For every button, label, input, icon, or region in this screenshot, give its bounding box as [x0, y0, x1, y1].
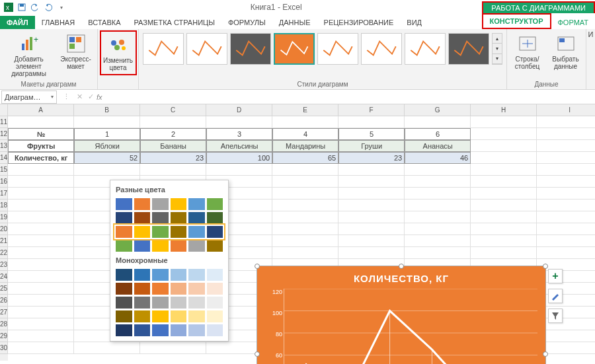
row-header-25[interactable]: 25: [0, 283, 8, 295]
color-swatch[interactable]: [207, 212, 223, 224]
row-header-23[interactable]: 23: [0, 259, 8, 271]
name-box[interactable]: Диаграм…▾: [1, 91, 57, 104]
cell-A25[interactable]: [8, 283, 74, 295]
cell-D15[interactable]: [206, 164, 272, 176]
col-header-I[interactable]: I: [537, 104, 595, 116]
cell-B12[interactable]: 1: [74, 128, 140, 140]
col-header-B[interactable]: B: [74, 104, 140, 116]
cell-D13[interactable]: Апельсины: [206, 140, 272, 152]
color-swatch[interactable]: [188, 212, 205, 224]
cell-G20[interactable]: [405, 223, 471, 235]
cell-G16[interactable]: [405, 176, 471, 188]
cell-F20[interactable]: [338, 223, 405, 235]
cell-B15[interactable]: [74, 164, 140, 176]
cell-E15[interactable]: [272, 164, 338, 176]
cell-G11[interactable]: [405, 116, 471, 128]
color-swatch[interactable]: [134, 324, 151, 336]
color-swatch[interactable]: [152, 240, 169, 252]
row-header-27[interactable]: 27: [0, 307, 8, 318]
cell-B30[interactable]: [74, 342, 140, 354]
row-header-17[interactable]: 17: [0, 188, 8, 200]
color-swatch[interactable]: [116, 297, 132, 309]
color-swatch[interactable]: [171, 226, 187, 238]
color-swatch[interactable]: [171, 198, 187, 210]
color-swatch[interactable]: [134, 283, 151, 295]
color-swatch[interactable]: [134, 269, 151, 281]
cell-A23[interactable]: [8, 259, 74, 271]
color-swatch[interactable]: [207, 269, 223, 281]
color-swatch[interactable]: [171, 310, 187, 322]
color-swatch[interactable]: [134, 297, 151, 309]
redo-icon[interactable]: [44, 3, 53, 12]
cell-I22[interactable]: [537, 247, 595, 259]
chart-style-4-selected[interactable]: [274, 33, 315, 65]
cell-C12[interactable]: 2: [140, 128, 206, 140]
color-swatch[interactable]: [171, 283, 187, 295]
cell-H11[interactable]: [471, 116, 537, 128]
chart-style-6[interactable]: [361, 33, 402, 65]
tab-view[interactable]: ВИД: [400, 16, 428, 29]
color-swatch[interactable]: [134, 198, 151, 210]
cell-G17[interactable]: [405, 188, 471, 200]
color-swatch[interactable]: [116, 198, 132, 210]
cell-I19[interactable]: [537, 211, 595, 223]
color-swatch[interactable]: [207, 324, 223, 336]
chart-style-8[interactable]: [448, 33, 489, 65]
cell-H15[interactable]: [471, 164, 537, 176]
cell-H19[interactable]: [471, 211, 537, 223]
color-swatch[interactable]: [152, 212, 169, 224]
fx-icon[interactable]: fx: [97, 93, 102, 101]
cell-A21[interactable]: [8, 235, 74, 247]
cell-C14[interactable]: 23: [140, 152, 206, 164]
chart-style-3[interactable]: [230, 33, 271, 65]
col-header-D[interactable]: D: [206, 104, 272, 116]
row-header-12[interactable]: 12: [0, 128, 8, 140]
cell-A17[interactable]: [8, 188, 74, 200]
tab-review[interactable]: РЕЦЕНЗИРОВАНИЕ: [317, 16, 401, 29]
cell-G22[interactable]: [405, 247, 471, 259]
row-header-30[interactable]: 30: [0, 342, 8, 354]
cell-E11[interactable]: [272, 116, 338, 128]
cell-A11[interactable]: [8, 116, 74, 128]
select-data-button[interactable]: Выбрать данные: [548, 30, 584, 73]
chart-style-5[interactable]: [317, 33, 358, 65]
row-header-29[interactable]: 29: [0, 330, 8, 342]
cell-H12[interactable]: [471, 128, 537, 140]
cell-D14[interactable]: 100: [206, 152, 272, 164]
col-header-G[interactable]: G: [405, 104, 471, 116]
cell-A24[interactable]: [8, 271, 74, 283]
cell-H21[interactable]: [471, 235, 537, 247]
cell-B11[interactable]: [74, 116, 140, 128]
tab-data[interactable]: ДАННЫЕ: [272, 16, 317, 29]
qat-dropdown[interactable]: ▾: [57, 3, 66, 12]
color-swatch[interactable]: [152, 283, 169, 295]
cancel-icon[interactable]: ✕: [74, 92, 85, 101]
cell-H22[interactable]: [471, 247, 537, 259]
color-swatch[interactable]: [171, 297, 187, 309]
row-header-24[interactable]: 24: [0, 271, 8, 283]
cell-I18[interactable]: [537, 200, 595, 211]
cell-G15[interactable]: [405, 164, 471, 176]
color-swatch[interactable]: [188, 240, 205, 252]
cell-B13[interactable]: Яблоки: [74, 140, 140, 152]
color-swatch[interactable]: [188, 283, 205, 295]
row-header-15[interactable]: 15: [0, 164, 8, 176]
cell-A12[interactable]: №: [8, 128, 74, 140]
color-swatch[interactable]: [134, 240, 151, 252]
chart-style-7[interactable]: [405, 33, 446, 65]
row-header-11[interactable]: 11: [0, 116, 8, 128]
cell-C13[interactable]: Бананы: [140, 140, 206, 152]
cell-A28[interactable]: [8, 318, 74, 330]
cell-A29[interactable]: [8, 330, 74, 342]
color-swatch[interactable]: [207, 297, 223, 309]
cell-A15[interactable]: [8, 164, 74, 176]
cell-C30[interactable]: [140, 342, 206, 354]
cell-E18[interactable]: [272, 200, 338, 211]
row-header-18[interactable]: 18: [0, 200, 8, 211]
cell-F11[interactable]: [338, 116, 405, 128]
color-swatch[interactable]: [188, 297, 205, 309]
cell-G13[interactable]: Ананасы: [405, 140, 471, 152]
chart-brush-button[interactable]: [548, 289, 563, 303]
row-header-19[interactable]: 19: [0, 211, 8, 223]
color-swatch[interactable]: [152, 226, 169, 238]
